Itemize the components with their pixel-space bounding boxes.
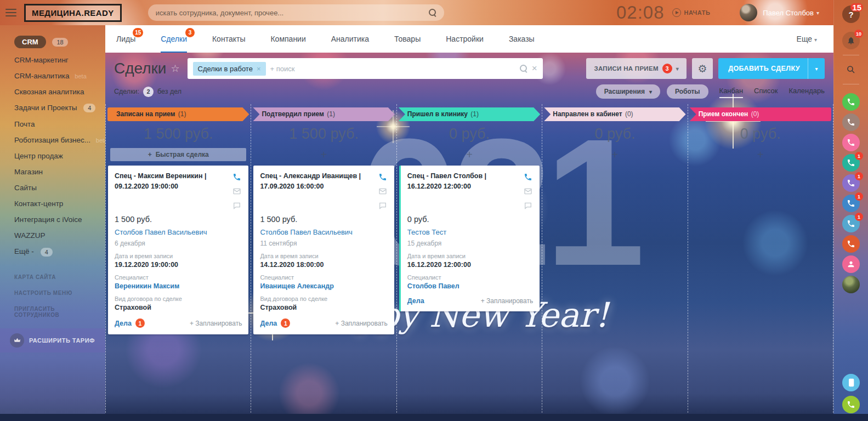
appointments-button[interactable]: ЗАПИСИ НА ПРИЕМ 3 ▾ (586, 58, 687, 79)
phone-line-icon[interactable] (842, 93, 860, 111)
phone-line-icon[interactable] (842, 134, 860, 151)
email-icon[interactable] (378, 187, 387, 196)
activities-link[interactable]: Дела 1 (115, 318, 145, 328)
deal-title[interactable]: Спец - Максим Вереникин | 09.12.2020 19:… (115, 171, 232, 210)
search-icon[interactable] (520, 65, 527, 72)
tab-companies[interactable]: Компании (270, 25, 305, 53)
user-name[interactable]: Павел Столбов (763, 9, 814, 17)
chevron-down-icon[interactable]: ▾ (808, 66, 825, 72)
phone-line-icon[interactable]: 1 (842, 174, 860, 192)
column-header[interactable]: Направлен в кабинет (0) (544, 107, 685, 121)
tab-leads[interactable]: Лиды 15 (116, 25, 135, 53)
global-search-input[interactable] (156, 9, 429, 17)
email-icon[interactable] (232, 187, 241, 196)
avatar[interactable] (842, 276, 860, 293)
person-icon[interactable] (842, 255, 860, 273)
tab-products[interactable]: Товары (394, 25, 421, 53)
column-header[interactable]: Пришел в клинику (1) (399, 107, 540, 121)
tab-deals[interactable]: Сделки 3 (161, 25, 187, 53)
phone-line-icon[interactable] (842, 235, 860, 253)
clear-filter-icon[interactable]: × (532, 63, 537, 74)
search-icon[interactable] (429, 9, 436, 16)
sidebar-item-sales-center[interactable]: Центр продаж (0, 148, 105, 164)
sidebar-item-mail[interactable]: Почта (0, 116, 105, 132)
filter-chip[interactable]: Сделки в работе × (193, 62, 266, 76)
chevron-down-icon[interactable]: ▾ (816, 10, 819, 16)
invite-employees-link[interactable]: ПРИГЛАСИТЬ СОТРУДНИКОВ (0, 301, 105, 323)
view-kanban[interactable]: Канбан (719, 87, 744, 97)
phone-icon[interactable] (232, 173, 241, 181)
work-timer[interactable]: 02:08 (616, 2, 665, 23)
search-icon[interactable] (842, 61, 860, 78)
help-button[interactable]: ? 15 (842, 5, 860, 23)
sidebar-item-ivoice[interactable]: Интеграция с iVoice (0, 212, 105, 227)
start-workday-button[interactable]: НАЧАТЬ (672, 8, 711, 17)
add-deal-plus-icon[interactable]: + (466, 149, 473, 160)
avatar[interactable] (740, 4, 757, 21)
deal-title[interactable]: Спец - Александр Иванищев | 17.09.2020 1… (260, 171, 377, 210)
sidebar-item-store[interactable]: Магазин (0, 164, 105, 180)
upgrade-plan-button[interactable]: РАСШИРИТЬ ТАРИФ (0, 328, 105, 352)
email-icon[interactable] (524, 187, 532, 196)
column-header[interactable]: Записан на прием (1) (107, 107, 249, 121)
sidebar-item-tasks[interactable]: Задачи и Проекты 4 (0, 100, 105, 116)
schedule-link[interactable]: + Запланировать (335, 320, 388, 327)
add-deal-plus-icon[interactable]: + (612, 149, 619, 160)
settings-gear-button[interactable]: ⚙ (692, 58, 713, 79)
deal-client-link[interactable]: Столбов Павел Васильевич (260, 228, 387, 236)
extensions-button[interactable]: Расширения ▾ (596, 84, 660, 99)
sidebar-item-crm-marketing[interactable]: CRM-маркетинг (0, 52, 105, 68)
deal-card[interactable]: Спец - Александр Иванищев | 17.09.2020 1… (253, 166, 394, 334)
filter-search-bar[interactable]: Сделки в работе × × (188, 58, 543, 79)
hamburger-menu-icon[interactable] (5, 9, 16, 16)
phone-icon[interactable] (378, 173, 387, 181)
sidebar-item-crm-analytics[interactable]: CRM-аналитика beta (0, 68, 105, 84)
activities-link[interactable]: Дела (407, 297, 424, 305)
app-logo[interactable]: МЕДИЦИНА.READY (24, 4, 122, 22)
sidebar-item-crm[interactable]: CRM 18 (0, 32, 105, 52)
chat-icon[interactable] (524, 201, 532, 210)
robots-button[interactable]: Роботы (667, 84, 708, 99)
activities-link[interactable]: Дела 1 (260, 318, 290, 328)
deal-card[interactable]: Спец - Максим Вереникин | 09.12.2020 19:… (108, 166, 248, 334)
view-list[interactable]: Список (754, 87, 778, 97)
remove-filter-icon[interactable]: × (257, 65, 261, 73)
tab-analytics[interactable]: Аналитика (331, 25, 369, 53)
filter-search-input[interactable] (270, 65, 515, 73)
sidebar-item-sites[interactable]: Сайты (0, 180, 105, 196)
column-header[interactable]: Подтвердил прием (1) (253, 107, 394, 121)
specialist-link[interactable]: Вереникин Максим (115, 282, 242, 290)
column-header[interactable]: Прием окончен (0) (690, 107, 831, 121)
tab-settings[interactable]: Настройки (446, 25, 484, 53)
quick-deal-button[interactable]: + Быстрая сделка (110, 148, 246, 161)
schedule-link[interactable]: + Запланировать (190, 320, 242, 327)
sidebar-item-more[interactable]: Ещё - 4 (0, 243, 105, 260)
deal-title[interactable]: Спец - Павел Столбов | 16.12.2020 12:00:… (407, 171, 523, 210)
phone-line-icon[interactable]: 1 (842, 195, 860, 212)
sidebar-item-rpa[interactable]: Роботизация бизнес... beta (0, 132, 105, 148)
favorite-star-icon[interactable]: ☆ (171, 62, 179, 75)
nav-more-button[interactable]: Еще ▾ (797, 35, 817, 43)
specialist-link[interactable]: Столбов Павел (407, 282, 533, 290)
phone-line-icon[interactable]: 1 (842, 215, 860, 232)
sidebar-item-wazzup[interactable]: WAZZUP (0, 227, 105, 243)
specialist-link[interactable]: Иванищев Александр (260, 282, 387, 290)
schedule-link[interactable]: + Запланировать (481, 297, 534, 305)
phone-icon[interactable] (524, 173, 532, 181)
add-deal-plus-icon[interactable]: + (321, 149, 327, 160)
deal-card[interactable]: Спец - Павел Столбов | 16.12.2020 12:00:… (399, 166, 540, 311)
deal-client-link[interactable]: Столбов Павел Васильевич (115, 228, 242, 236)
sidebar-item-contact-center[interactable]: Контакт-центр (0, 196, 105, 212)
phone-line-icon[interactable]: 1 (842, 154, 860, 172)
phone-line-icon[interactable] (842, 113, 860, 131)
deal-client-link[interactable]: Тестов Тест (407, 228, 533, 236)
tab-orders[interactable]: Заказы (509, 25, 535, 53)
mobile-device-icon[interactable] (842, 374, 860, 391)
configure-menu-link[interactable]: НАСТРОИТЬ МЕНЮ (0, 285, 105, 301)
sidebar-item-end-to-end-analytics[interactable]: Сквозная аналитика (0, 84, 105, 100)
add-deal-button[interactable]: ДОБАВИТЬ СДЕЛКУ ▾ (718, 58, 825, 79)
chat-icon[interactable] (232, 201, 241, 210)
add-deal-plus-icon[interactable]: + (757, 149, 764, 160)
tab-contacts[interactable]: Контакты (212, 25, 245, 53)
phone-line-icon[interactable] (842, 396, 860, 413)
